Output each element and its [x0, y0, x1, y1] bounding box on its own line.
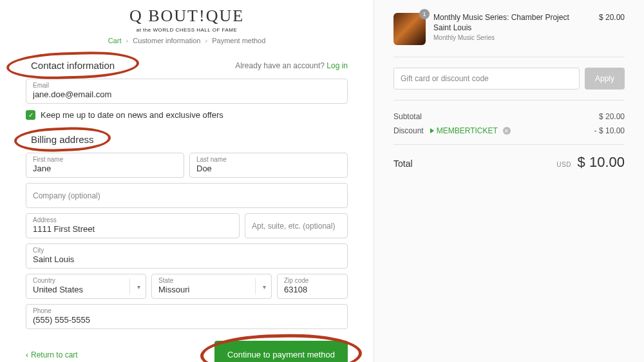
- state-value: Missouri: [158, 285, 265, 294]
- tag-icon: [430, 128, 434, 133]
- phone-input[interactable]: [33, 315, 341, 325]
- state-select[interactable]: State Missouri: [151, 274, 272, 299]
- email-field[interactable]: Email: [26, 79, 348, 104]
- product-title: Monthly Music Series: Chamber Project Sa…: [433, 13, 586, 33]
- discount-label: Discount: [393, 126, 424, 135]
- phone-field[interactable]: Phone: [26, 304, 348, 329]
- product-variant: Monthly Music Series: [433, 34, 586, 41]
- logo-main: Q BOUT!QUE: [26, 6, 348, 26]
- address-input[interactable]: [33, 224, 232, 234]
- store-logo: Q BOUT!QUE at the WORLD CHESS HALL OF FA…: [26, 6, 348, 33]
- email-label: Email: [33, 82, 341, 89]
- billing-heading: Billing address: [31, 134, 94, 145]
- breadcrumb-payment: Payment method: [212, 37, 265, 44]
- annotation-circle: Continue to payment method: [214, 341, 348, 362]
- checkbox-checked-icon[interactable]: ✓: [26, 110, 35, 120]
- city-field[interactable]: City: [26, 243, 348, 269]
- marketing-optin[interactable]: ✓ Keep me up to date on news and exclusi…: [26, 110, 348, 120]
- login-prompt: Already have an account? Log in: [235, 61, 348, 70]
- city-input[interactable]: [33, 254, 341, 264]
- breadcrumb: Cart › Customer information › Payment me…: [26, 37, 348, 44]
- first-name-input[interactable]: [33, 164, 177, 173]
- address-field[interactable]: Address: [26, 213, 240, 238]
- remove-discount-icon[interactable]: ✕: [503, 127, 511, 135]
- zip-input[interactable]: [284, 285, 341, 294]
- last-name-input[interactable]: [196, 164, 341, 173]
- promo-code-input[interactable]: Gift card or discount code: [393, 68, 580, 90]
- chevron-right-icon: ›: [126, 37, 129, 44]
- total-currency: USD: [556, 161, 571, 168]
- total-label: Total: [393, 158, 413, 169]
- cart-item: 1 Monthly Music Series: Chamber Project …: [393, 13, 625, 45]
- subtotal-label: Subtotal: [393, 112, 422, 121]
- country-select[interactable]: Country United States: [26, 274, 146, 299]
- email-input[interactable]: [33, 90, 341, 99]
- chevron-left-icon: ‹: [26, 350, 28, 359]
- total-value: $ 10.00: [578, 154, 625, 170]
- subtotal-value: $ 20.00: [599, 112, 625, 121]
- company-placeholder: Company (optional): [33, 191, 100, 200]
- discount-tag: MEMBERTICKET ✕: [430, 126, 511, 135]
- apply-button[interactable]: Apply: [585, 68, 625, 90]
- continue-button[interactable]: Continue to payment method: [214, 341, 348, 362]
- breadcrumb-customer-info: Customer information: [133, 37, 200, 44]
- chevron-right-icon: ›: [205, 37, 207, 44]
- product-price: $ 20.00: [599, 13, 625, 22]
- contact-heading: Contact information: [31, 60, 115, 71]
- discount-code: MEMBERTICKET: [437, 126, 498, 135]
- company-field[interactable]: Company (optional): [26, 183, 348, 208]
- last-name-field[interactable]: Last name: [189, 153, 348, 178]
- logo-subtitle: at the WORLD CHESS HALL OF FAME: [26, 27, 348, 33]
- product-thumbnail: 1: [393, 13, 426, 45]
- return-to-cart-link[interactable]: ‹Return to cart: [26, 350, 78, 359]
- apt-field[interactable]: Apt, suite, etc. (optional): [245, 213, 348, 238]
- annotation-circle: Billing address: [26, 131, 99, 148]
- discount-value: - $ 10.00: [594, 126, 625, 135]
- login-link[interactable]: Log in: [327, 61, 348, 70]
- breadcrumb-cart[interactable]: Cart: [108, 37, 122, 44]
- annotation-circle: Contact information: [26, 57, 120, 73]
- zip-field[interactable]: Zip code: [277, 274, 348, 299]
- country-value: United States: [33, 285, 139, 294]
- first-name-field[interactable]: First name: [26, 153, 184, 178]
- apt-placeholder: Apt, suite, etc. (optional): [252, 222, 335, 231]
- qty-badge: 1: [419, 9, 430, 19]
- optin-label: Keep me up to date on news and exclusive…: [41, 110, 223, 120]
